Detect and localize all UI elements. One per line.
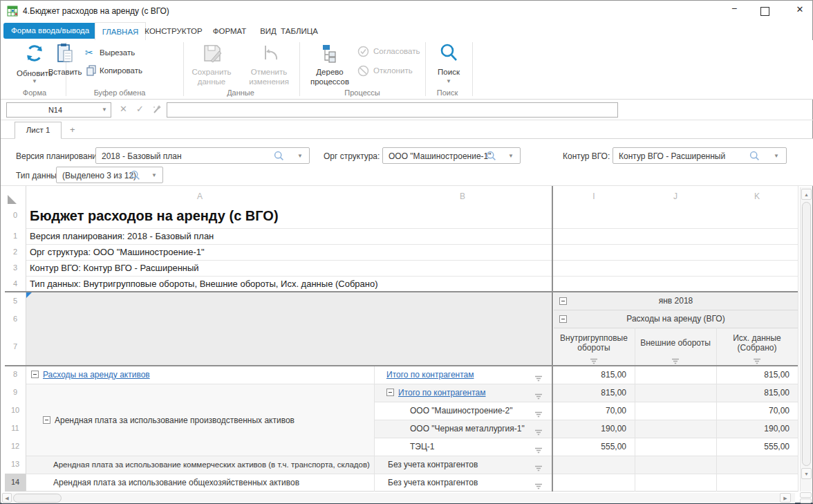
cell-K8-value[interactable]: 815,00 bbox=[716, 370, 789, 380]
chevron-down-icon[interactable]: ▼ bbox=[297, 153, 303, 159]
filter-icon[interactable] bbox=[534, 480, 543, 492]
undo-changes-button[interactable]: Отменить изменения bbox=[244, 41, 294, 87]
vgo-filter-combo[interactable]: Контур ВГО - Расширенный ▼ bbox=[613, 147, 787, 164]
col-header-I[interactable]: I bbox=[592, 192, 595, 201]
col-header-A[interactable]: A bbox=[197, 192, 203, 201]
search-icon[interactable] bbox=[274, 151, 284, 164]
measure-header-intragroup[interactable]: Внутригрупповые обороты bbox=[554, 328, 635, 366]
row-header-7[interactable]: 7 bbox=[13, 342, 17, 351]
row-header-8[interactable]: 8 bbox=[13, 370, 17, 378]
cell-K9-value[interactable]: 815,00 bbox=[716, 388, 789, 398]
chevron-down-icon[interactable]: ▼ bbox=[151, 172, 157, 178]
search-icon[interactable] bbox=[486, 151, 496, 164]
tab-format[interactable]: ФОРМАТ bbox=[213, 27, 247, 35]
formula-input[interactable] bbox=[167, 102, 618, 118]
vertical-scroll-thumb[interactable] bbox=[802, 202, 811, 466]
cell-I10-value[interactable]: 70,00 bbox=[554, 406, 626, 416]
save-data-button[interactable]: Сохранить данные bbox=[189, 41, 234, 87]
tab-vid[interactable]: ВИД bbox=[260, 27, 277, 35]
cancel-entry-icon[interactable]: ✕ bbox=[120, 104, 127, 114]
row-header-1[interactable]: 1 bbox=[13, 232, 17, 240]
cell-A1-info[interactable]: Версия планирования: 2018 - Базовый план bbox=[30, 231, 214, 241]
search-button[interactable]: Поиск ▼ bbox=[428, 41, 468, 86]
tab-tablitsa[interactable]: ТАБЛИЦА bbox=[281, 27, 318, 35]
tab-glavnaya[interactable]: ГЛАВНАЯ bbox=[95, 22, 146, 41]
vertical-scrollbar[interactable]: ▲ ▼ bbox=[800, 187, 812, 492]
cell-K12-value[interactable]: 555,00 bbox=[716, 442, 789, 451]
paste-button[interactable]: Вставить bbox=[46, 41, 84, 84]
row-header-5[interactable]: 5 bbox=[13, 297, 17, 305]
minimize-button[interactable]: − bbox=[725, 3, 743, 19]
cell-A2-info[interactable]: Орг структура: ООО "Машиностроение-1" bbox=[30, 247, 205, 257]
cell-B9-link[interactable]: Итого по контрагентам bbox=[398, 388, 486, 398]
measure-group-header-cell[interactable]: Расходы на аренду (ВГО) bbox=[554, 310, 798, 328]
cell-I11-value[interactable]: 190,00 bbox=[554, 424, 626, 433]
row-header-3[interactable]: 3 bbox=[13, 263, 17, 272]
cell-I9-value[interactable]: 815,00 bbox=[554, 388, 626, 398]
scroll-left-button[interactable]: ◀ bbox=[2, 493, 12, 503]
sheet-tab-list1[interactable]: Лист 1 bbox=[15, 122, 62, 139]
form-io-menu-button[interactable]: Форма ввода/вывода ▾ bbox=[3, 23, 109, 39]
period-header-cell[interactable]: янв 2018 bbox=[554, 292, 798, 310]
cell-K10-value[interactable]: 70,00 bbox=[716, 406, 789, 416]
row-header-0[interactable]: 0 bbox=[13, 211, 17, 219]
org-filter-combo[interactable]: ООО "Машиностроение-1" ▼ bbox=[382, 147, 521, 164]
row-header-9[interactable]: 9 bbox=[13, 388, 17, 396]
close-button[interactable]: ✕ bbox=[791, 4, 809, 21]
cell-B8-link[interactable]: Итого по контрагентам bbox=[386, 370, 474, 380]
collapse-icon[interactable] bbox=[386, 389, 394, 396]
scroll-down-button[interactable]: ▼ bbox=[801, 468, 812, 479]
col-header-B[interactable]: B bbox=[460, 192, 465, 201]
scroll-up-button[interactable]: ▲ bbox=[801, 189, 812, 200]
horizontal-scroll-thumb[interactable] bbox=[13, 494, 62, 503]
version-filter-combo[interactable]: 2018 - Базовый план ▼ bbox=[95, 147, 310, 164]
row-header-6[interactable]: 6 bbox=[13, 315, 17, 323]
row-header-12[interactable]: 12 bbox=[11, 442, 19, 450]
cell-A9-12-merged[interactable]: Арендная плата за использование производ… bbox=[26, 384, 374, 456]
cell-A13-text[interactable]: Арендная плата за использование коммерче… bbox=[53, 460, 370, 469]
copy-button[interactable]: Копировать bbox=[85, 65, 161, 77]
horizontal-scrollbar[interactable]: ◀ ▶ bbox=[1, 493, 795, 503]
search-icon[interactable] bbox=[749, 151, 760, 164]
cell-name-box[interactable]: N14 ▼ bbox=[6, 102, 111, 118]
filter-icon[interactable] bbox=[534, 444, 543, 456]
cell-B13-text[interactable]: Без учета контрагентов bbox=[388, 460, 478, 469]
cell-A8-link[interactable]: Расходы на аренду активов bbox=[43, 370, 150, 380]
chevron-down-icon[interactable]: ▼ bbox=[774, 153, 779, 159]
split-button-bottom[interactable] bbox=[800, 498, 812, 503]
tab-konstruktor[interactable]: КОНСТРУКТОР bbox=[144, 27, 202, 35]
col-header-K[interactable]: K bbox=[754, 192, 760, 201]
row-header-10[interactable]: 10 bbox=[11, 406, 19, 414]
scroll-right-button[interactable]: ▶ bbox=[780, 493, 791, 503]
confirm-entry-icon[interactable]: ✓ bbox=[136, 104, 144, 114]
row-header-11[interactable]: 11 bbox=[11, 424, 19, 432]
cell-K11-value[interactable]: 190,00 bbox=[716, 424, 789, 433]
row-header-4[interactable]: 4 bbox=[13, 279, 17, 288]
split-button-top[interactable] bbox=[800, 492, 812, 498]
filter-icon[interactable] bbox=[534, 462, 543, 474]
header-merged-empty-cell[interactable] bbox=[26, 292, 552, 366]
filter-icon[interactable] bbox=[534, 390, 543, 402]
filter-icon[interactable] bbox=[534, 408, 543, 420]
add-sheet-button[interactable]: + bbox=[70, 124, 75, 135]
cell-B14-text[interactable]: Без учета контрагентов bbox=[388, 478, 478, 487]
cell-I12-value[interactable]: 555,00 bbox=[554, 442, 626, 451]
cell-A14-text[interactable]: Арендная плата за использование общехозя… bbox=[53, 478, 299, 487]
chevron-down-icon[interactable]: ▼ bbox=[508, 153, 514, 159]
measure-header-source[interactable]: Исх. данные (Собрано) bbox=[716, 328, 798, 366]
cell-I8-value[interactable]: 815,00 bbox=[554, 370, 626, 380]
datatype-filter-combo[interactable]: (Выделено 3 из 12) ▼ bbox=[56, 167, 163, 183]
cell-A3-info[interactable]: Контур ВГО: Контур ВГО - Расширенный bbox=[30, 263, 199, 273]
cell-B10-text[interactable]: ООО "Машиностроение-2" bbox=[410, 406, 512, 416]
chevron-down-icon[interactable]: ▼ bbox=[102, 106, 107, 113]
process-tree-button[interactable]: Дерево процессов bbox=[306, 41, 353, 87]
row-header-2[interactable]: 2 bbox=[13, 248, 17, 256]
search-icon[interactable] bbox=[130, 170, 140, 183]
cell-B12-text[interactable]: ТЭЦ-1 bbox=[410, 442, 435, 451]
row-header-14[interactable]: 14 bbox=[11, 478, 19, 486]
cell-A0-report-title[interactable]: Бюджет расходов на аренду (с ВГО) bbox=[30, 208, 279, 224]
cell-A4-info[interactable]: Тип данных: Внутригрупповые обороты, Вне… bbox=[30, 279, 378, 289]
collapse-icon[interactable] bbox=[31, 371, 39, 378]
row-header-13[interactable]: 13 bbox=[11, 460, 19, 468]
collapse-icon[interactable] bbox=[43, 416, 50, 424]
